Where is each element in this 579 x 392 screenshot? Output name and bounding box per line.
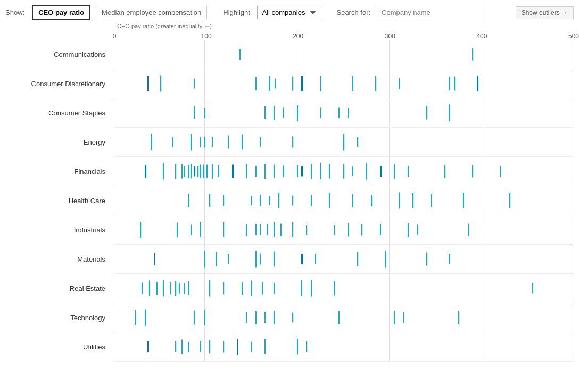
data-tick[interactable] xyxy=(385,251,386,268)
data-tick[interactable] xyxy=(194,106,195,119)
data-tick[interactable] xyxy=(223,282,224,295)
data-tick[interactable] xyxy=(181,340,183,354)
data-tick[interactable] xyxy=(191,164,192,179)
data-tick[interactable] xyxy=(343,164,344,179)
data-tick[interactable] xyxy=(431,194,432,207)
data-tick[interactable] xyxy=(338,311,340,324)
data-tick[interactable] xyxy=(239,49,241,60)
data-tick[interactable] xyxy=(194,311,195,325)
data-tick[interactable] xyxy=(223,341,224,353)
data-tick[interactable] xyxy=(204,310,205,325)
data-tick[interactable] xyxy=(163,280,164,297)
data-tick[interactable] xyxy=(216,252,217,266)
data-tick[interactable] xyxy=(209,280,210,297)
data-tick[interactable] xyxy=(280,224,282,236)
data-tick[interactable] xyxy=(156,282,158,295)
data-tick[interactable] xyxy=(264,106,266,119)
data-tick[interactable] xyxy=(292,77,293,91)
data-tick[interactable] xyxy=(274,222,275,237)
data-tick[interactable] xyxy=(142,283,143,294)
data-tick[interactable] xyxy=(311,195,312,206)
data-tick[interactable] xyxy=(352,194,353,207)
data-tick[interactable] xyxy=(426,253,427,266)
data-tick[interactable] xyxy=(206,165,208,178)
data-tick[interactable] xyxy=(357,137,358,147)
data-tick[interactable] xyxy=(179,283,180,294)
data-tick[interactable] xyxy=(188,165,189,178)
data-tick[interactable] xyxy=(209,194,210,207)
median-compensation-button[interactable]: Median employee compensation xyxy=(96,6,207,19)
data-tick[interactable] xyxy=(242,135,243,150)
data-tick[interactable] xyxy=(262,282,263,295)
data-tick[interactable] xyxy=(172,137,173,147)
data-tick[interactable] xyxy=(246,164,247,178)
data-tick[interactable] xyxy=(468,224,469,236)
data-tick[interactable] xyxy=(251,342,252,352)
data-tick[interactable] xyxy=(352,76,353,91)
data-tick[interactable] xyxy=(255,251,257,268)
data-tick[interactable] xyxy=(371,195,372,206)
data-tick[interactable] xyxy=(204,137,205,148)
data-tick[interactable] xyxy=(334,225,335,235)
data-tick[interactable] xyxy=(264,312,266,323)
data-tick[interactable] xyxy=(269,76,270,91)
data-tick[interactable] xyxy=(269,196,270,205)
data-tick[interactable] xyxy=(191,225,192,235)
data-tick[interactable] xyxy=(301,76,303,91)
data-tick[interactable] xyxy=(366,163,367,180)
data-tick[interactable] xyxy=(209,340,210,354)
show-outliers-button[interactable]: Show outliers → xyxy=(516,6,574,19)
data-tick[interactable] xyxy=(306,225,307,235)
data-tick[interactable] xyxy=(200,222,201,237)
data-tick[interactable] xyxy=(274,283,275,294)
data-tick[interactable] xyxy=(232,165,234,178)
data-tick[interactable] xyxy=(463,193,464,208)
data-tick[interactable] xyxy=(175,164,176,179)
data-tick[interactable] xyxy=(246,312,247,323)
data-tick[interactable] xyxy=(380,224,381,235)
data-tick[interactable] xyxy=(292,137,293,148)
data-tick[interactable] xyxy=(311,164,312,179)
data-tick[interactable] xyxy=(472,165,473,178)
data-tick[interactable] xyxy=(348,108,349,118)
data-tick[interactable] xyxy=(394,311,395,324)
data-tick[interactable] xyxy=(260,195,261,206)
data-tick[interactable] xyxy=(311,280,312,297)
data-tick[interactable] xyxy=(352,166,353,176)
data-tick[interactable] xyxy=(292,313,293,323)
data-tick[interactable] xyxy=(408,166,409,177)
data-tick[interactable] xyxy=(274,311,275,324)
data-tick[interactable] xyxy=(426,106,427,120)
data-tick[interactable] xyxy=(329,193,330,208)
data-tick[interactable] xyxy=(283,166,284,177)
data-tick[interactable] xyxy=(212,164,213,179)
data-tick[interactable] xyxy=(500,166,501,177)
data-tick[interactable] xyxy=(399,78,400,89)
data-tick[interactable] xyxy=(194,79,195,89)
data-tick[interactable] xyxy=(357,252,358,266)
data-tick[interactable] xyxy=(204,108,205,118)
data-tick[interactable] xyxy=(246,224,247,236)
data-tick[interactable] xyxy=(320,163,321,179)
data-tick[interactable] xyxy=(380,166,382,177)
data-tick[interactable] xyxy=(188,281,189,295)
data-tick[interactable] xyxy=(297,165,298,177)
data-tick[interactable] xyxy=(200,341,201,352)
data-tick[interactable] xyxy=(151,134,152,150)
data-tick[interactable] xyxy=(260,224,261,235)
data-tick[interactable] xyxy=(306,341,307,352)
data-tick[interactable] xyxy=(375,76,376,91)
data-tick[interactable] xyxy=(135,310,136,325)
data-tick[interactable] xyxy=(320,108,321,118)
data-tick[interactable] xyxy=(147,76,149,91)
data-tick[interactable] xyxy=(334,281,335,296)
data-tick[interactable] xyxy=(175,341,176,352)
data-tick[interactable] xyxy=(184,283,185,294)
data-tick[interactable] xyxy=(251,281,252,296)
data-tick[interactable] xyxy=(267,224,268,235)
data-tick[interactable] xyxy=(315,254,316,264)
data-tick[interactable] xyxy=(163,163,164,180)
ceo-pay-ratio-button[interactable]: CEO pay ratio xyxy=(32,5,90,20)
data-tick[interactable] xyxy=(509,193,510,208)
data-tick[interactable] xyxy=(251,196,252,205)
